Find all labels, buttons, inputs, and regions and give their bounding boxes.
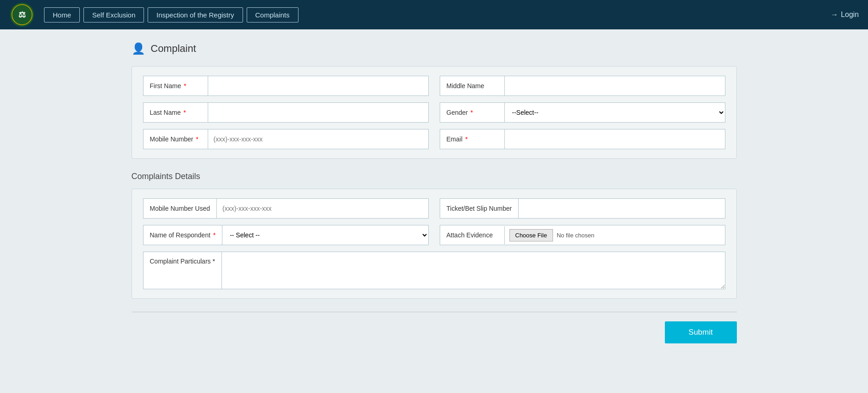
first-name-required: *	[184, 82, 186, 90]
nav-complaints[interactable]: Complaints	[247, 7, 299, 22]
particulars-required: *	[212, 258, 215, 265]
mobile-used-input[interactable]	[216, 199, 428, 218]
gender-required: *	[470, 109, 473, 116]
respondent-group: Name of Respondent * -- Select --	[143, 225, 429, 245]
file-input-wrapper: Choose File No file chosen	[504, 226, 725, 244]
last-name-input[interactable]	[208, 103, 428, 122]
nav-links: Home Self Exclusion Inspection of the Re…	[44, 7, 831, 22]
respondent-required: *	[213, 231, 216, 239]
evidence-group: Attach Evidence Choose File No file chos…	[440, 225, 725, 245]
last-name-group: Last Name *	[143, 102, 429, 123]
nav-inspection[interactable]: Inspection of the Registry	[148, 7, 243, 22]
respondent-select[interactable]: -- Select --	[222, 225, 428, 245]
ticket-input[interactable]	[518, 199, 724, 218]
submit-row: Submit	[132, 321, 737, 343]
login-label: Login	[841, 11, 859, 19]
mobile-number-label: Mobile Number *	[144, 131, 208, 147]
row-mobile-email: Mobile Number * Email *	[143, 129, 725, 149]
row-mobile-used-ticket: Mobile Number Used Ticket/Bet Slip Numbe…	[143, 198, 725, 219]
svg-text:⚖: ⚖	[18, 10, 26, 19]
mobile-used-label: Mobile Number Used	[144, 200, 217, 217]
ticket-label: Ticket/Bet Slip Number	[440, 200, 519, 217]
first-name-input[interactable]	[208, 76, 428, 95]
row-respondent-evidence: Name of Respondent * -- Select -- Attach…	[143, 225, 725, 245]
nav-self-exclusion[interactable]: Self Exclusion	[83, 7, 144, 22]
email-group: Email *	[440, 129, 725, 149]
page-title: Complaint	[151, 43, 196, 55]
mobile-used-group: Mobile Number Used	[143, 198, 429, 219]
first-name-label: First Name *	[144, 78, 208, 94]
last-name-label: Last Name *	[144, 104, 208, 121]
particulars-group: Complaint Particulars *	[143, 252, 725, 289]
choose-file-button[interactable]: Choose File	[509, 229, 553, 241]
mobile-number-group: Mobile Number *	[143, 129, 429, 149]
mobile-number-input[interactable]	[208, 129, 428, 149]
logo: ⚖	[9, 2, 35, 28]
ticket-group: Ticket/Bet Slip Number	[440, 198, 725, 219]
middle-name-group: Middle Name	[440, 76, 725, 96]
complaints-details-card: Mobile Number Used Ticket/Bet Slip Numbe…	[132, 189, 737, 299]
email-input[interactable]	[504, 129, 725, 149]
person-icon: 👤	[132, 42, 145, 55]
row-last-gender: Last Name * Gender * --Select-- Male Fem…	[143, 102, 725, 123]
complaints-section-title: Complaints Details	[132, 172, 737, 181]
complaint-particulars-textarea[interactable]	[221, 252, 725, 289]
particulars-label: Complaint Particulars *	[144, 252, 221, 270]
no-file-text: No file chosen	[557, 232, 594, 239]
middle-name-input[interactable]	[504, 76, 725, 95]
login-button[interactable]: → Login	[831, 11, 859, 19]
nav-home[interactable]: Home	[44, 7, 80, 22]
mobile-required: *	[196, 135, 198, 143]
respondent-label: Name of Respondent *	[144, 227, 222, 243]
divider	[132, 312, 737, 312]
gender-select[interactable]: --Select-- Male Female Other	[504, 103, 725, 122]
last-name-required: *	[183, 109, 186, 116]
middle-name-label: Middle Name	[440, 78, 504, 94]
page-title-row: 👤 Complaint	[132, 42, 737, 55]
login-icon: →	[831, 11, 838, 19]
navbar: ⚖ Home Self Exclusion Inspection of the …	[0, 0, 868, 29]
email-label: Email *	[440, 131, 504, 147]
row-name-middle: First Name * Middle Name	[143, 76, 725, 96]
gender-group: Gender * --Select-- Male Female Other	[440, 102, 725, 123]
evidence-label: Attach Evidence	[440, 227, 504, 243]
personal-info-card: First Name * Middle Name Last Name *	[132, 66, 737, 159]
first-name-group: First Name *	[143, 76, 429, 96]
main-content: 👤 Complaint First Name * Middle Name	[113, 29, 755, 371]
email-required: *	[465, 135, 467, 143]
submit-button[interactable]: Submit	[665, 321, 737, 343]
gender-label: Gender *	[440, 104, 504, 121]
